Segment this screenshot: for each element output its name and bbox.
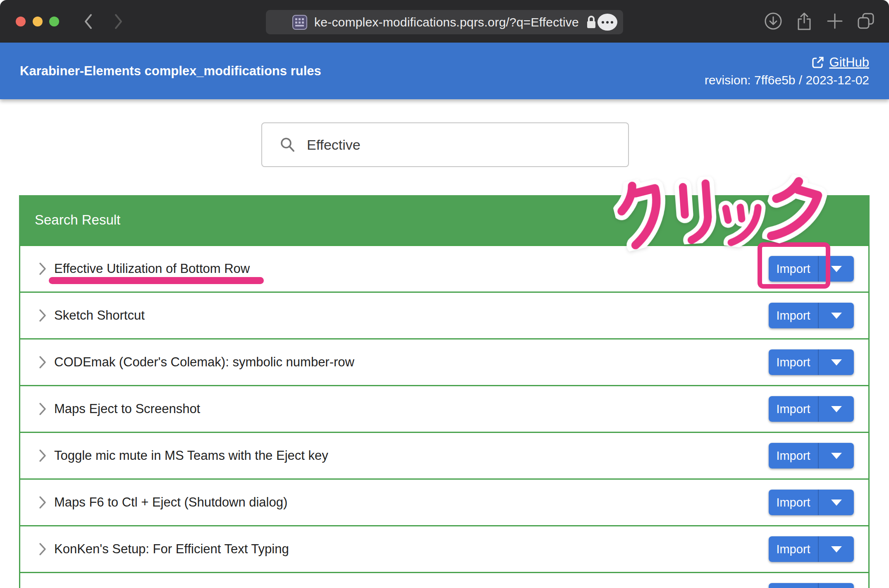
url-bar[interactable]: ke-complex-modifications.pqrs.org/?q=Eff…: [266, 10, 623, 34]
import-button[interactable]: Import: [769, 349, 819, 375]
minimize-button[interactable]: [33, 17, 43, 26]
import-button[interactable]: Import: [769, 536, 819, 562]
site-favicon-keyboard: [292, 14, 308, 30]
import-split-button: Import: [769, 536, 854, 562]
highlight-underline-annotation: [49, 277, 264, 284]
result-row[interactable]: KonKen's Setup: For Efficient Text Typin…: [20, 525, 868, 572]
tab-overview-icon[interactable]: [856, 12, 876, 31]
result-row[interactable]: CODEmak (Coder's Colemak): symbolic numb…: [20, 338, 868, 385]
github-link[interactable]: GitHub: [811, 55, 869, 70]
import-button[interactable]: Import: [769, 443, 819, 468]
import-dropdown-toggle[interactable]: [819, 396, 854, 422]
result-title: KonKen's Setup: For Efficient Text Typin…: [54, 542, 289, 557]
import-button[interactable]: Import: [769, 396, 819, 422]
import-split-button: Import: [769, 443, 854, 468]
page-title: Karabiner-Elements complex_modifications…: [20, 64, 321, 79]
browser-chrome: ke-complex-modifications.pqrs.org/?q=Eff…: [0, 0, 889, 43]
import-dropdown-toggle[interactable]: [819, 490, 854, 515]
search-icon: [280, 136, 296, 153]
chevron-right-icon: [38, 542, 47, 556]
search-input[interactable]: [307, 137, 616, 153]
result-row[interactable]: Maps F6 to Ctl + Eject (Shutdown dialog)…: [20, 478, 868, 525]
import-button[interactable]: Import: [769, 490, 819, 515]
import-split-button: Import: [769, 490, 854, 515]
ellipsis-icon[interactable]: [597, 14, 617, 31]
result-title: Effective Utilization of Bottom Row: [54, 261, 250, 276]
back-icon[interactable]: [83, 13, 94, 30]
result-row[interactable]: Toggle mic mute in MS Teams with the Eje…: [20, 432, 868, 478]
lock-icon: [585, 15, 597, 30]
chevron-right-icon: [38, 308, 47, 323]
results-header: Search Result: [19, 195, 870, 245]
chevron-right-icon: [38, 355, 47, 369]
chevron-right-icon: [38, 402, 47, 416]
click-target-box-annotation: [758, 242, 830, 289]
import-button[interactable]: Import: [769, 583, 819, 588]
import-dropdown-toggle[interactable]: [819, 583, 854, 588]
caret-down-icon: [831, 546, 842, 552]
chevron-right-icon: [38, 449, 47, 463]
url-text: ke-complex-modifications.pqrs.org/?q=Eff…: [314, 15, 579, 29]
zoom-button[interactable]: [49, 17, 59, 26]
forward-icon[interactable]: [113, 13, 124, 30]
import-dropdown-toggle[interactable]: [819, 443, 854, 468]
new-tab-icon[interactable]: [825, 12, 844, 31]
page-header: Karabiner-Elements complex_modifications…: [0, 43, 889, 99]
search-results-panel: Search Result Effective Utilization of B…: [19, 195, 870, 588]
search-box[interactable]: [261, 122, 629, 167]
caret-down-icon: [831, 313, 842, 319]
caret-down-icon: [831, 500, 842, 506]
download-icon[interactable]: [764, 12, 783, 31]
github-link-label: GitHub: [829, 55, 869, 70]
external-link-icon: [811, 56, 824, 69]
caret-down-icon: [831, 406, 842, 412]
caret-down-icon: [831, 359, 842, 366]
close-button[interactable]: [16, 17, 26, 26]
result-row[interactable]: Sketch Shortcut Import: [20, 292, 868, 338]
import-split-button: Import: [769, 396, 854, 422]
import-split-button: Import: [769, 583, 854, 588]
caret-down-icon: [831, 453, 842, 459]
import-button[interactable]: Import: [769, 303, 819, 328]
revision-text: revision: 7ff6e5b / 2023-12-02: [705, 73, 869, 87]
chevron-right-icon: [38, 495, 47, 509]
import-dropdown-toggle[interactable]: [819, 303, 854, 328]
result-row[interactable]: Maps Eject to Screenshot Import: [20, 385, 868, 432]
chevron-right-icon: [38, 262, 47, 276]
result-title: CODEmak (Coder's Colemak): symbolic numb…: [54, 355, 354, 370]
result-row-effective-utilization[interactable]: Effective Utilization of Bottom Row Impo…: [20, 245, 868, 292]
import-dropdown-toggle[interactable]: [819, 536, 854, 562]
result-title: Maps Eject to Screenshot: [54, 402, 200, 416]
result-title: Maps F6 to Ctl + Eject (Shutdown dialog): [54, 495, 287, 510]
result-title: Toggle mic mute in MS Teams with the Eje…: [54, 448, 328, 463]
import-dropdown-toggle[interactable]: [819, 349, 854, 375]
import-split-button: Import: [769, 349, 854, 375]
share-icon[interactable]: [795, 12, 814, 31]
result-row-partial[interactable]: Import: [20, 572, 868, 588]
result-title: Sketch Shortcut: [54, 308, 145, 323]
results-header-label: Search Result: [35, 212, 120, 228]
import-split-button: Import: [769, 303, 854, 328]
caret-down-icon: [831, 266, 842, 272]
